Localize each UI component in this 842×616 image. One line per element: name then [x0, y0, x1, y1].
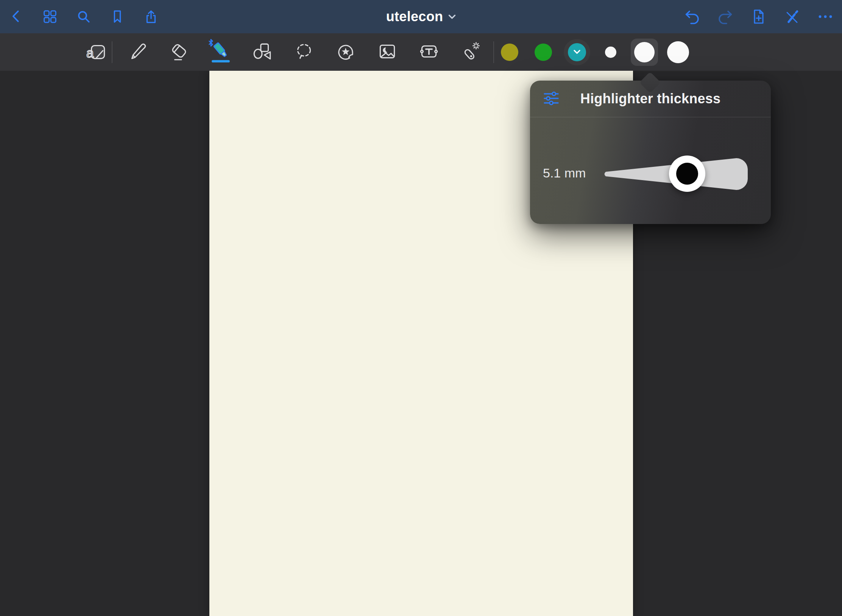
ellipsis-icon	[817, 8, 834, 25]
toolbar-divider	[112, 41, 112, 63]
thickness-value-label: 5.1 mm	[543, 166, 586, 180]
small-thickness-dot	[605, 47, 616, 58]
more-button[interactable]	[815, 0, 836, 33]
document-plus-icon	[750, 8, 767, 25]
olive-color-dot	[501, 44, 518, 61]
bookmark-icon	[109, 9, 125, 25]
zoom-window-icon: a	[86, 40, 108, 64]
shapes-icon	[251, 40, 273, 64]
slider-thumb[interactable]	[669, 156, 705, 192]
color-swatch-olive[interactable]	[496, 39, 523, 66]
search-icon	[76, 9, 92, 25]
bookmark-button[interactable]	[107, 0, 128, 33]
add-page-button[interactable]	[748, 0, 769, 33]
svg-text:a: a	[86, 45, 94, 60]
tool-image[interactable]	[374, 39, 401, 66]
sticker-star-icon	[335, 40, 357, 64]
color-swatch-green[interactable]	[530, 39, 557, 66]
tool-shapes[interactable]	[249, 39, 276, 66]
pen-cross-icon	[784, 8, 800, 25]
eraser-icon	[168, 40, 190, 64]
selected-color-ring	[564, 39, 590, 65]
thickness-preset-medium-selected[interactable]	[631, 39, 658, 66]
color-swatch-teal-selected[interactable]	[563, 39, 591, 66]
tool-pointer[interactable]	[457, 39, 484, 66]
teal-color-dot	[568, 43, 586, 61]
green-color-dot	[535, 44, 552, 61]
chevron-down-icon	[573, 50, 581, 54]
popover-header: Highlighter thickness	[530, 81, 771, 117]
medium-thickness-dot	[634, 42, 655, 62]
redo-button[interactable]	[715, 0, 736, 33]
tool-highlighter[interactable]	[207, 39, 234, 66]
bluetooth-icon	[208, 39, 214, 48]
undo-icon	[684, 8, 700, 25]
lasso-icon	[293, 40, 315, 64]
chevron-left-icon	[8, 9, 24, 25]
image-icon	[376, 40, 398, 64]
document-title[interactable]: utelecon	[386, 9, 443, 25]
slider-thumb-inner	[676, 163, 698, 185]
tool-zoom-window[interactable]: a	[83, 39, 110, 66]
search-button[interactable]	[73, 0, 94, 33]
large-thickness-dot	[667, 41, 689, 63]
laser-pointer-icon	[460, 40, 482, 64]
topbar-left-group	[0, 0, 162, 33]
tool-pen[interactable]	[124, 39, 151, 66]
highlighter-thickness-popover: Highlighter thickness 5.1 mm	[530, 81, 771, 224]
thickness-slider[interactable]	[603, 157, 749, 191]
text-icon	[418, 40, 440, 64]
tools-toolbar: a	[0, 33, 842, 71]
popover-title: Highlighter thickness	[530, 91, 771, 107]
popover-body: 5.1 mm	[530, 117, 771, 224]
app-window: utelecon	[0, 0, 842, 616]
chevron-down-icon[interactable]	[448, 14, 456, 19]
topbar-right-group	[681, 0, 842, 33]
back-button[interactable]	[6, 0, 27, 33]
edit-toggle-button[interactable]	[781, 0, 803, 33]
thickness-preset-small[interactable]	[597, 39, 624, 66]
share-icon	[143, 9, 159, 25]
top-navigation-bar: utelecon	[0, 0, 842, 33]
pen-icon	[126, 40, 148, 64]
tool-text[interactable]	[415, 39, 443, 66]
thumbnails-button[interactable]	[39, 0, 61, 33]
redo-icon	[717, 8, 734, 25]
tool-eraser[interactable]	[165, 39, 193, 66]
undo-button[interactable]	[681, 0, 703, 33]
tool-stickers[interactable]	[332, 39, 359, 66]
grid-icon	[42, 9, 58, 25]
thickness-preset-large[interactable]	[664, 39, 692, 66]
share-button[interactable]	[140, 0, 162, 33]
tool-lasso[interactable]	[290, 39, 318, 66]
toolbar-divider	[493, 41, 494, 63]
